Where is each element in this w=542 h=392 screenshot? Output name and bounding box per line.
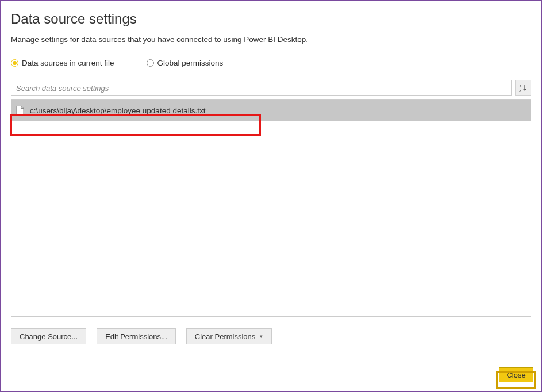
button-label: Change Source...	[20, 332, 78, 341]
sort-az-icon: A Z	[518, 83, 528, 93]
radio-global-permissions[interactable]: Global permissions	[147, 59, 224, 67]
list-item-label: c:\users\bijay\desktop\employee updated …	[30, 106, 205, 115]
button-label: Edit Permissions...	[105, 332, 167, 341]
file-icon	[16, 106, 24, 115]
dialog-subtitle: Manage settings for data sources that yo…	[11, 35, 531, 44]
sort-button[interactable]: A Z	[515, 80, 531, 96]
button-label: Close	[506, 371, 525, 379]
radio-label: Data sources in current file	[22, 59, 114, 67]
search-input[interactable]	[11, 80, 512, 96]
dialog-title: Data source settings	[11, 11, 531, 27]
scope-radio-group: Data sources in current file Global perm…	[11, 59, 531, 67]
svg-text:A: A	[519, 84, 522, 89]
radio-icon	[147, 59, 154, 67]
clear-permissions-button[interactable]: Clear Permissions ▼	[186, 328, 272, 344]
edit-permissions-button[interactable]: Edit Permissions...	[97, 328, 176, 344]
radio-icon	[11, 59, 18, 67]
svg-text:Z: Z	[519, 89, 521, 93]
button-label: Clear Permissions	[195, 332, 255, 341]
radio-current-file[interactable]: Data sources in current file	[11, 59, 114, 67]
radio-label: Global permissions	[157, 59, 224, 67]
chevron-down-icon: ▼	[259, 334, 263, 339]
close-button[interactable]: Close	[499, 367, 533, 382]
change-source-button[interactable]: Change Source...	[11, 328, 86, 344]
data-source-list[interactable]: c:\users\bijay\desktop\employee updated …	[11, 99, 531, 317]
list-item[interactable]: c:\users\bijay\desktop\employee updated …	[11, 100, 531, 121]
